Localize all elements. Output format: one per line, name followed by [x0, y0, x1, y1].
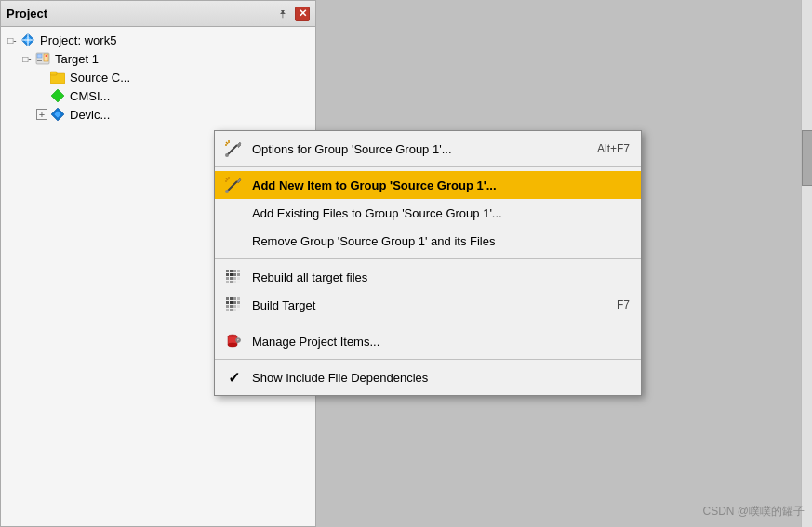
svg-point-18 — [225, 153, 229, 157]
svg-rect-59 — [237, 309, 240, 311]
tree-item-sourcegroup[interactable]: - Source C... — [1, 68, 315, 86]
svg-rect-49 — [230, 301, 233, 304]
build-icon-build — [222, 296, 245, 314]
svg-rect-44 — [226, 297, 229, 300]
svg-rect-6 — [37, 59, 40, 59]
checkmark-icon: ✓ — [222, 368, 245, 387]
cmsis-icon — [49, 88, 66, 103]
svg-rect-29 — [230, 270, 233, 272]
menu-item-rebuild[interactable]: Rebuild all target files — [215, 263, 641, 291]
svg-rect-41 — [230, 281, 233, 283]
target1-label: Target 1 — [55, 52, 99, 66]
svg-rect-48 — [226, 301, 229, 304]
svg-rect-56 — [226, 309, 229, 311]
svg-line-21 — [226, 142, 228, 144]
panel-title-buttons: 🖈 ✕ — [274, 7, 310, 21]
add-new-label: Add New Item to Group 'Source Group 1'..… — [252, 178, 630, 192]
svg-rect-30 — [233, 270, 236, 272]
svg-rect-34 — [233, 273, 236, 276]
svg-point-62 — [228, 343, 237, 347]
project-icon — [20, 33, 36, 47]
svg-rect-38 — [233, 277, 236, 280]
svg-rect-43 — [237, 281, 240, 283]
sourcegroup-label: Source C... — [70, 71, 130, 85]
pin-button[interactable]: 🖈 — [274, 7, 291, 20]
panel-titlebar: Project 🖈 ✕ — [1, 1, 315, 27]
separator-2 — [215, 258, 641, 259]
separator-4 — [215, 359, 641, 360]
menu-item-show-include[interactable]: ✓ Show Include File Dependencies — [215, 363, 641, 391]
svg-rect-51 — [237, 301, 240, 304]
build-icon-rebuild — [222, 268, 245, 286]
svg-marker-23 — [237, 178, 241, 183]
svg-line-15 — [227, 145, 237, 155]
target-icon — [34, 51, 51, 66]
device-label: Devic... — [70, 108, 110, 122]
svg-rect-54 — [233, 305, 236, 308]
svg-rect-28 — [226, 270, 229, 272]
svg-rect-47 — [237, 297, 240, 300]
svg-rect-5 — [37, 54, 42, 58]
menu-item-remove-group[interactable]: Remove Group 'Source Group 1' and its Fi… — [215, 227, 641, 255]
svg-rect-45 — [230, 297, 233, 300]
panel-scrollbar[interactable] — [801, 0, 812, 527]
svg-rect-40 — [226, 281, 229, 283]
svg-rect-53 — [230, 305, 233, 308]
tree-item-project[interactable]: □- Project: work5 — [1, 31, 315, 49]
manage-icon — [222, 332, 245, 350]
svg-rect-37 — [230, 277, 233, 280]
build-shortcut: F7 — [617, 298, 630, 311]
show-include-label: Show Include File Dependencies — [252, 371, 630, 385]
expander-target1[interactable]: □- — [21, 53, 33, 64]
svg-rect-36 — [226, 277, 229, 280]
project-label: Project: work5 — [40, 33, 116, 47]
expander-project[interactable]: □- — [7, 34, 18, 46]
menu-item-manage[interactable]: Manage Project Items... — [215, 327, 641, 355]
menu-item-add-existing[interactable]: Add Existing Files to Group 'Source Grou… — [215, 199, 641, 227]
close-button[interactable]: ✕ — [295, 7, 310, 21]
svg-rect-42 — [233, 281, 236, 283]
menu-item-build[interactable]: Build Target F7 — [215, 291, 641, 319]
manage-label: Manage Project Items... — [252, 335, 630, 349]
remove-group-label: Remove Group 'Source Group 1' and its Fi… — [252, 234, 630, 248]
device-icon — [49, 107, 66, 122]
tree-item-target1[interactable]: □- Target 1 — [1, 49, 315, 68]
svg-rect-31 — [237, 270, 240, 272]
wand-icon-options — [222, 139, 245, 158]
svg-rect-46 — [233, 297, 236, 300]
scrollbar-thumb[interactable] — [802, 130, 812, 186]
expander-device[interactable]: + — [36, 109, 47, 120]
wand-icon-add — [222, 176, 245, 194]
separator-1 — [215, 166, 641, 167]
panel-title: Project — [7, 7, 47, 20]
svg-rect-57 — [230, 309, 233, 311]
folder-icon — [49, 70, 66, 85]
svg-rect-52 — [226, 305, 229, 308]
svg-marker-12 — [51, 89, 64, 102]
tree-item-cmsis[interactable]: - CMSI... — [1, 86, 315, 105]
rebuild-label: Rebuild all target files — [252, 270, 630, 284]
svg-point-9 — [46, 55, 47, 57]
options-group-label: Options for Group 'Source Group 1'... — [252, 142, 579, 156]
svg-rect-32 — [226, 273, 229, 276]
project-tree: □- Project: work5 □- — [1, 27, 315, 127]
svg-line-27 — [226, 178, 228, 180]
add-existing-label: Add Existing Files to Group 'Source Grou… — [252, 206, 630, 220]
cmsis-label: CMSI... — [70, 89, 110, 103]
svg-line-22 — [227, 181, 237, 191]
svg-rect-50 — [233, 301, 236, 304]
svg-rect-11 — [50, 72, 57, 75]
svg-rect-55 — [237, 305, 240, 308]
icon-remove-group — [222, 231, 245, 250]
menu-item-options-group[interactable]: Options for Group 'Source Group 1'... Al… — [215, 135, 641, 163]
watermark: CSDN @噗噗的罐子 — [702, 504, 805, 520]
svg-rect-58 — [233, 309, 236, 311]
svg-rect-7 — [37, 60, 42, 61]
svg-rect-35 — [237, 273, 240, 276]
menu-item-add-new[interactable]: Add New Item to Group 'Source Group 1'..… — [215, 171, 641, 199]
svg-point-24 — [225, 190, 229, 193]
options-group-shortcut: Alt+F7 — [597, 142, 630, 155]
icon-add-existing — [222, 204, 245, 222]
build-label: Build Target — [252, 298, 598, 312]
tree-item-device[interactable]: + Devic... — [1, 105, 315, 124]
